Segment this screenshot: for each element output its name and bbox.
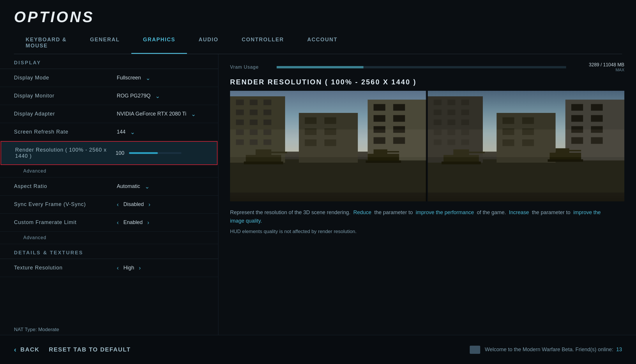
details-textures-section-header: DETAILS & TEXTURES (0, 244, 218, 259)
vram-bar-fill (277, 66, 363, 68)
bottom-message: Welcome to the Modern Warfare Beta. Frie… (485, 347, 622, 353)
display-section-header: DISPLAY (0, 54, 218, 69)
vram-label: Vram Usage (230, 65, 271, 70)
setting-row-texture[interactable]: Texture Resolution ‹ High › (0, 259, 218, 277)
display-adapter-dropdown-icon[interactable]: ⌄ (191, 111, 196, 118)
screen-refresh-rate-label: Screen Refresh Rate (14, 129, 117, 135)
tab-graphics[interactable]: GRAPHICS (131, 33, 187, 54)
scene-canvas-right (428, 91, 624, 201)
display-adapter-label: Display Adapter (14, 111, 117, 117)
preview-description: Represent the resolution of the 3D scene… (230, 208, 624, 225)
render-resolution-value: 100 (116, 150, 203, 156)
render-resolution-label: Render Resolution ( 100% - 2560 x 1440 ) (15, 147, 116, 159)
texture-arrow-right[interactable]: › (139, 264, 141, 271)
back-label: Back (20, 346, 40, 353)
setting-row-render-resolution[interactable]: Render Resolution ( 100% - 2560 x 1440 )… (1, 141, 218, 165)
setting-row-display-mode[interactable]: Display Mode Fullscreen ⌄ (0, 69, 218, 87)
vram-values: 3289 / 11048 MB MAX (572, 62, 624, 72)
setting-row-screen-refresh-rate[interactable]: Screen Refresh Rate 144 ⌄ (0, 123, 218, 141)
preview-image-right (428, 91, 624, 201)
render-resolution-slider-track[interactable] (129, 152, 181, 154)
advanced-row-1[interactable]: Advanced (0, 165, 218, 177)
tab-general[interactable]: GENERAL (78, 33, 131, 54)
main-content: DISPLAY Display Mode Fullscreen ⌄ Displa… (0, 54, 636, 348)
preview-images (230, 91, 624, 201)
vsync-arrow-left[interactable]: ‹ (117, 201, 119, 208)
display-adapter-value: NVIDIA GeForce RTX 2080 Ti ⌄ (117, 111, 204, 118)
tab-audio[interactable]: AUDIO (187, 33, 230, 54)
preview-title: RENDER RESOLUTION ( 100% - 2560 X 1440 ) (230, 78, 624, 86)
bottom-bar: ‹ Back Reset tab to Default Welcome to t… (0, 335, 636, 364)
vram-max-label: MAX (572, 68, 624, 72)
nat-type: NAT Type: Moderate (14, 327, 59, 333)
aspect-ratio-label: Aspect Ratio (14, 183, 117, 189)
vsync-label: Sync Every Frame (V-Sync) (14, 201, 117, 207)
texture-value: ‹ High › (117, 264, 204, 271)
framerate-value: ‹ Enabled › (117, 219, 204, 226)
welcome-message-text: Welcome to the Modern Warfare Beta. Frie… (485, 347, 613, 352)
aspect-ratio-value: Automatic ⌄ (117, 183, 204, 190)
framerate-label: Custom Framerate Limit (14, 219, 117, 225)
framerate-arrow-left[interactable]: ‹ (117, 219, 119, 226)
framerate-arrow-right[interactable]: › (147, 219, 149, 226)
scene-canvas-left (230, 91, 427, 201)
bottom-right: Welcome to the Modern Warfare Beta. Frie… (470, 346, 622, 354)
setting-row-framerate[interactable]: Custom Framerate Limit ‹ Enabled › (0, 214, 218, 232)
display-mode-dropdown-icon[interactable]: ⌄ (146, 74, 151, 81)
tab-account[interactable]: ACCOUNT (296, 33, 349, 54)
back-arrow-icon: ‹ (14, 346, 17, 354)
left-panel[interactable]: DISPLAY Display Mode Fullscreen ⌄ Displa… (0, 54, 218, 348)
display-mode-label: Display Mode (14, 75, 117, 81)
setting-row-vsync[interactable]: Sync Every Frame (V-Sync) ‹ Disabled › (0, 196, 218, 214)
friends-count: 13 (616, 347, 622, 352)
screen-refresh-rate-value: 144 ⌄ (117, 129, 204, 136)
back-button[interactable]: ‹ Back (14, 346, 40, 354)
vram-used-total: 3289 / 11048 MB (572, 62, 624, 68)
setting-row-display-monitor[interactable]: Display Monitor ROG PG279Q ⌄ (0, 87, 218, 105)
vram-bar-container (277, 66, 566, 68)
increase-text: Increase (509, 209, 529, 215)
preview-image-left (230, 91, 427, 201)
display-mode-value: Fullscreen ⌄ (117, 74, 204, 81)
header: OPTIONS KEYBOARD &MOUSE GENERAL GRAPHICS… (0, 0, 636, 54)
page-title: OPTIONS (14, 8, 622, 26)
nav-tabs: KEYBOARD &MOUSE GENERAL GRAPHICS AUDIO C… (14, 33, 622, 54)
right-panel: Vram Usage 3289 / 11048 MB MAX RENDER RE… (218, 54, 636, 348)
advanced-row-2[interactable]: Advanced (0, 232, 218, 244)
aspect-ratio-dropdown-icon[interactable]: ⌄ (145, 183, 150, 190)
vram-section: Vram Usage 3289 / 11048 MB MAX (230, 62, 624, 72)
display-monitor-value: ROG PG279Q ⌄ (117, 93, 204, 100)
reduce-text: Reduce (353, 209, 371, 215)
improve-performance-text: improve the performance (416, 209, 474, 215)
tab-keyboard-mouse[interactable]: KEYBOARD &MOUSE (14, 33, 78, 54)
chat-icon (470, 346, 480, 354)
setting-row-aspect-ratio[interactable]: Aspect Ratio Automatic ⌄ (0, 177, 218, 196)
render-resolution-slider-fill (129, 152, 158, 154)
advanced-label-1: Advanced (23, 168, 46, 174)
texture-label: Texture Resolution (14, 265, 117, 271)
preview-note: HUD elements quality is not affected by … (230, 229, 624, 235)
tab-controller[interactable]: CONTROLLER (230, 33, 296, 54)
screen-refresh-rate-dropdown-icon[interactable]: ⌄ (130, 129, 135, 136)
setting-row-display-adapter[interactable]: Display Adapter NVIDIA GeForce RTX 2080 … (0, 105, 218, 123)
advanced-label-2: Advanced (23, 235, 46, 240)
display-monitor-dropdown-icon[interactable]: ⌄ (155, 93, 160, 100)
reset-button[interactable]: Reset tab to Default (49, 346, 131, 353)
vsync-value: ‹ Disabled › (117, 201, 204, 208)
texture-arrow-left[interactable]: ‹ (117, 264, 119, 271)
vsync-arrow-right[interactable]: › (149, 201, 151, 208)
display-monitor-label: Display Monitor (14, 93, 117, 99)
